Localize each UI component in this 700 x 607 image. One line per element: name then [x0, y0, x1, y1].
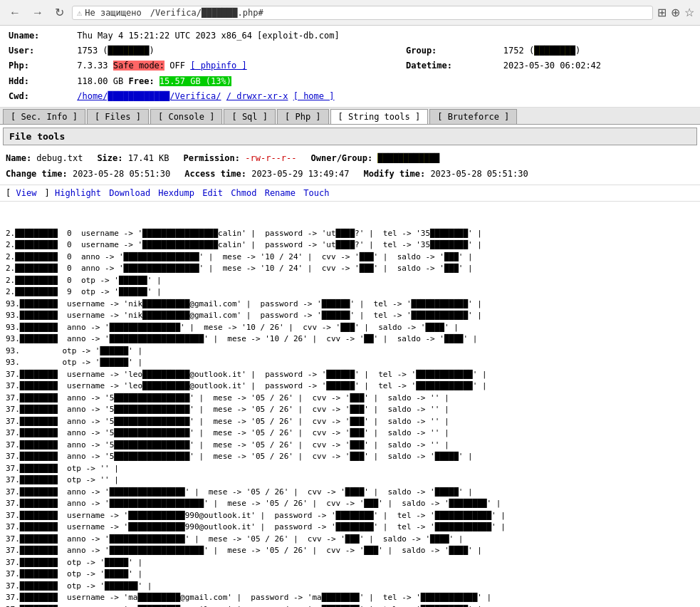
php-version: 7.3.33 — [77, 61, 108, 71]
hdd-label: Hdd: — [9, 76, 29, 86]
uname-value: Thu May 4 15:21:22 UTC 2023 x86_64 [expl… — [77, 31, 339, 41]
code-line: 37.████████ otp -> '█████' | — [6, 569, 694, 581]
bracket-close: ] — [45, 188, 55, 198]
code-line: 37.████████ anno -> '███████████████████… — [6, 498, 694, 510]
tab-sec-info[interactable]: [ Sec. Info ] — [3, 109, 85, 124]
group-label: Group: — [406, 46, 437, 56]
cwd-label: Cwd: — [9, 91, 29, 101]
code-line: 37.████████ anno -> '███████████████████… — [6, 545, 694, 557]
section-header: File tools — [3, 128, 697, 145]
nav-tabs: [ Sec. Info ] [ Files ] [ Console ] [ Sq… — [0, 108, 700, 125]
code-line: 2.█████████ 0 otp -> '██████' | — [6, 275, 694, 287]
code-line: 93.████████ username -> 'nik██████████@g… — [6, 310, 694, 322]
code-line: 37.████████ otp -> '█████' | — [6, 557, 694, 569]
php-label: Php: — [9, 61, 29, 71]
hexdump-link[interactable]: Hexdump — [158, 188, 194, 198]
page-content: Uname: Thu May 4 15:21:22 UTC 2023 x86_6… — [0, 26, 700, 607]
change-time-value: 2023-05-28 05:51:30 — [73, 169, 170, 179]
access-time-label: Access time: — [184, 169, 246, 179]
free-label: Free: — [128, 76, 154, 86]
hdd-value: 118.00 GB — [77, 76, 123, 86]
change-time-label: Change time: — [6, 169, 68, 179]
code-line: 37.████████ username -> 'ma█████████@gma… — [6, 592, 694, 604]
file-info: Name: debug.txt Size: 17.41 KB Permissio… — [0, 148, 700, 185]
translate-button[interactable]: ⊞ — [657, 6, 667, 19]
highlight-link[interactable]: Highlight — [55, 188, 101, 198]
free-value: 15.57 GB (13%) — [160, 76, 231, 86]
code-content: 2.█████████ 0 username -> '█████████████… — [0, 202, 700, 607]
datetime-value: 2023-05-30 06:02:42 — [503, 61, 601, 71]
chmod-link[interactable]: Chmod — [231, 188, 256, 198]
file-owner-label: Owner/Group: — [311, 153, 373, 163]
group-name: ████████ — [534, 46, 575, 56]
code-line: 37.████████ username -> 'ma█████████@gma… — [6, 604, 694, 607]
user-name: ████████ — [108, 46, 150, 56]
tab-sql[interactable]: [ Sql ] — [224, 109, 276, 124]
safe-mode-value: OFF — [169, 61, 185, 71]
code-line: 37.████████ username -> '████████████990… — [6, 522, 694, 534]
file-name-label: Name: — [6, 153, 31, 163]
phpinfo-link[interactable]: [ phpinfo ] — [190, 61, 246, 71]
code-line: 93. otp -> '██████' | — [6, 357, 694, 369]
code-line: 93. otp -> '██████' | — [6, 346, 694, 358]
bracket-open: [ — [6, 188, 16, 198]
tab-string-tools[interactable]: [ String tools ] — [330, 109, 429, 124]
safe-mode-label: Safe mode: — [113, 61, 164, 71]
edit-link[interactable]: Edit — [202, 188, 223, 198]
rename-link[interactable]: Rename — [265, 188, 296, 198]
lock-icon: ⚠ — [77, 8, 82, 18]
code-line: 37.████████ anno -> '5████████████████' … — [6, 416, 694, 428]
code-line: 93.████████ username -> 'nik██████████@g… — [6, 299, 694, 311]
code-line: 93.████████ anno -> '███████████████' | … — [6, 322, 694, 334]
section-title: File tools — [9, 131, 65, 142]
file-perm-value: -rw-r--r-- — [245, 153, 296, 163]
code-line: 37.████████ otp -> '' | — [6, 474, 694, 487]
code-line: 37.████████ otp -> '███████' | — [6, 581, 694, 593]
bookmark-button[interactable]: ☆ — [684, 6, 694, 19]
code-line: 37.████████ otp -> '' | — [6, 463, 694, 475]
address-bar[interactable]: ⚠ Не защищено /Verifica/███████.php# — [72, 6, 653, 20]
code-line: 2.█████████ 0 anno -> '████████████████'… — [6, 263, 694, 275]
tab-php[interactable]: [ Php ] — [277, 109, 329, 124]
code-line: 2.█████████ 0 username -> '█████████████… — [6, 228, 694, 240]
code-line: 37.████████ anno -> '████████████████' |… — [6, 487, 694, 499]
code-line: 37.████████ username -> 'leo██████████@o… — [6, 380, 694, 393]
file-owner-value: ████████████ — [377, 153, 439, 163]
sysinfo-section: Uname: Thu May 4 15:21:22 UTC 2023 x86_6… — [0, 26, 700, 108]
tab-bruteforce[interactable]: [ Bruteforce ] — [429, 109, 517, 124]
code-line: 2.█████████ 0 username -> '█████████████… — [6, 239, 694, 251]
user-id: 1753 — [77, 46, 98, 56]
cwd-path[interactable]: /home/████████████/Verifica/ — [77, 91, 221, 101]
code-line: 37.████████ anno -> '5████████████████' … — [6, 440, 694, 452]
file-size-label: Size: — [97, 153, 122, 163]
browser-toolbar: ← → ↻ ⚠ Не защищено /Verifica/███████.ph… — [0, 0, 700, 26]
file-perm-label: Permission: — [184, 153, 240, 163]
view-link[interactable]: View — [16, 188, 36, 198]
share-button[interactable]: ⊕ — [671, 6, 680, 19]
home-link[interactable]: [ home ] — [293, 91, 335, 101]
code-line: 37.████████ anno -> '5████████████████' … — [6, 393, 694, 405]
code-line: 37.████████ anno -> '5████████████████' … — [6, 427, 694, 440]
code-line: 37.████████ anno -> '5████████████████' … — [6, 451, 694, 463]
url-text: /Verifica/███████.php# — [150, 8, 263, 18]
not-secure-label: Не защищено — [85, 8, 141, 18]
datetime-label: Datetime: — [406, 61, 452, 71]
cwd-link[interactable]: / drwxr-xr-x — [226, 91, 288, 101]
reload-button[interactable]: ↻ — [51, 4, 68, 21]
code-line: 37.████████ username -> 'leo██████████@o… — [6, 369, 694, 381]
code-line: 37.████████ anno -> '████████████████' |… — [6, 534, 694, 546]
modify-time-value: 2023-05-28 05:51:30 — [430, 169, 528, 179]
file-size-value: 17.41 KB — [128, 153, 169, 163]
touch-link[interactable]: Touch — [303, 188, 329, 198]
group-id: 1752 — [503, 46, 524, 56]
uname-label: Uname: — [9, 31, 39, 41]
action-links: [ View ] Highlight Download Hexdump Edit… — [0, 185, 700, 202]
download-link[interactable]: Download — [109, 188, 150, 198]
code-line: 93.████████ anno -> '███████████████████… — [6, 333, 694, 346]
tab-files[interactable]: [ Files ] — [87, 109, 149, 124]
tab-console[interactable]: [ Console ] — [150, 109, 222, 124]
code-line: 37.████████ anno -> '5████████████████' … — [6, 404, 694, 416]
forward-button[interactable]: → — [28, 5, 47, 21]
back-button[interactable]: ← — [6, 5, 24, 21]
code-line: 2.█████████ 0 anno -> '████████████████'… — [6, 251, 694, 264]
